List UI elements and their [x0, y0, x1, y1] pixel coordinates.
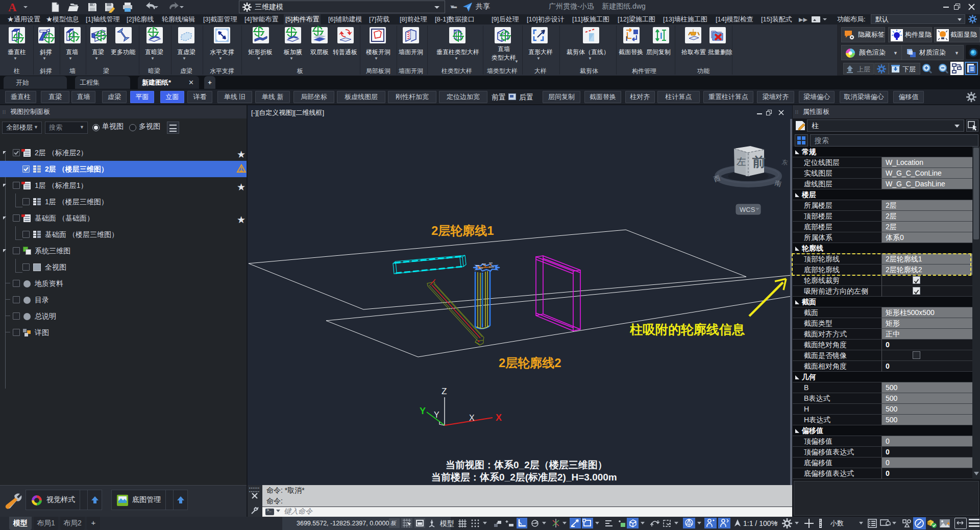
svg-text:Z: Z	[442, 387, 447, 396]
svg-text:左: 左	[737, 156, 746, 167]
svg-text:WCS: WCS	[740, 206, 755, 213]
svg-text:东: 东	[781, 158, 788, 166]
svg-text:当前楼层：体系0_2层(标准层2)_H=3.000m: 当前楼层：体系0_2层(标准层2)_H=3.000m	[431, 472, 617, 483]
svg-text:前: 前	[752, 155, 766, 170]
svg-text:X: X	[469, 414, 475, 422]
svg-text:Y: Y	[434, 411, 439, 419]
svg-text:X: X	[496, 413, 502, 423]
svg-text:2层轮廓线2: 2层轮廓线2	[499, 356, 561, 370]
svg-text:Y: Y	[420, 406, 426, 416]
svg-text:南: 南	[774, 179, 782, 188]
svg-text:柱吸附的轮廓线信息: 柱吸附的轮廓线信息	[629, 322, 745, 336]
svg-text:当前视图：体系0_2层（楼层三维图）: 当前视图：体系0_2层（楼层三维图）	[446, 460, 607, 470]
svg-text:2层轮廓线1: 2层轮廓线1	[431, 224, 494, 237]
